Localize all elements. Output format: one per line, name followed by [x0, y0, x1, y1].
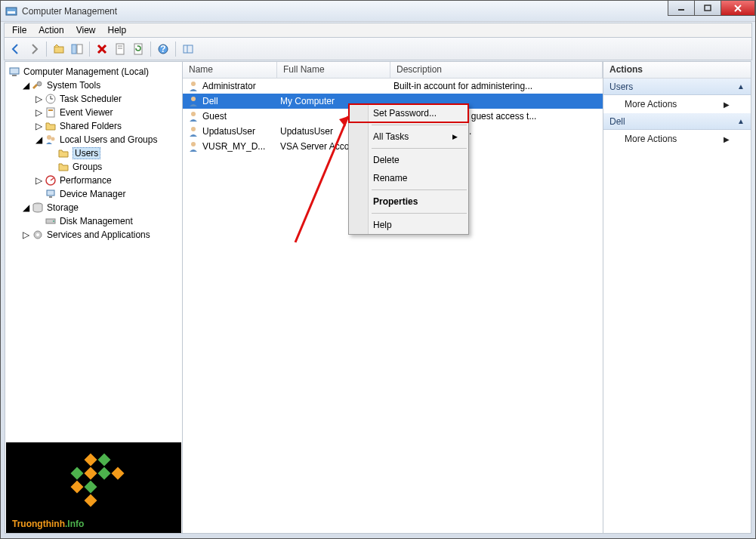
svg-rect-3 — [705, 5, 711, 11]
watermark-text: Truongthinh.Info — [12, 512, 175, 531]
cm-label: Delete — [373, 155, 400, 165]
users-icon — [45, 134, 57, 146]
menu-action[interactable]: Action — [34, 23, 68, 37]
expand-icon[interactable]: ▷ — [34, 94, 43, 103]
cm-rename[interactable]: Rename — [349, 169, 468, 187]
svg-rect-32 — [49, 196, 52, 198]
svg-point-40 — [191, 112, 196, 116]
tree-event-viewer[interactable]: ▷Event Viewer — [34, 106, 182, 119]
minimize-button[interactable] — [668, 1, 695, 16]
actions-item-label: More Actions — [625, 99, 677, 109]
cm-properties[interactable]: Properties — [349, 192, 468, 211]
cm-label: Properties — [373, 196, 418, 207]
menu-view[interactable]: View — [72, 23, 100, 37]
actions-section-dell[interactable]: Dell ▲ — [603, 113, 751, 130]
view-icon[interactable] — [180, 41, 196, 57]
cm-label: Set Password... — [373, 108, 437, 119]
forward-icon[interactable] — [26, 41, 42, 57]
svg-rect-46 — [98, 453, 111, 466]
cm-delete[interactable]: Delete — [349, 151, 468, 169]
folder-icon — [45, 120, 57, 132]
back-icon[interactable] — [8, 41, 24, 57]
svg-rect-1 — [8, 11, 15, 14]
svg-rect-47 — [71, 467, 84, 479]
show-icon[interactable] — [69, 41, 85, 57]
tree-services-apps[interactable]: ▷Services and Applications — [21, 228, 182, 242]
navigation-tree[interactable]: Computer Management (Local) ◢ System Too… — [5, 65, 182, 242]
tree-local-users-groups[interactable]: ◢Local Users and Groups — [34, 133, 182, 146]
svg-point-39 — [191, 97, 196, 101]
svg-point-42 — [191, 142, 196, 146]
cm-all-tasks[interactable]: All Tasks▶ — [349, 128, 468, 146]
actions-pane: Actions Users ▲ More Actions ▶ Dell ▲ Mo… — [603, 62, 751, 533]
tree-label: Device Manager — [60, 189, 125, 199]
actions-item-label: More Actions — [625, 134, 677, 144]
menubar: File Action View Help — [4, 23, 752, 38]
tree-device-manager[interactable]: Device Manager — [34, 187, 182, 201]
tree-system-tools[interactable]: ◢ System Tools — [21, 79, 182, 92]
tree-label: Users — [73, 147, 100, 159]
maximize-button[interactable] — [694, 1, 721, 16]
expand-icon[interactable]: ▷ — [34, 122, 43, 131]
svg-rect-31 — [47, 190, 54, 196]
cm-help[interactable]: Help — [349, 216, 468, 234]
window-title: Computer Management — [22, 6, 117, 17]
actions-item-more[interactable]: More Actions ▶ — [603, 95, 751, 113]
tree-root[interactable]: Computer Management (Local) — [8, 65, 182, 79]
svg-point-41 — [191, 127, 196, 131]
collapse-icon[interactable]: ◢ — [21, 203, 30, 212]
svg-rect-49 — [98, 467, 111, 479]
expand-icon[interactable]: ▷ — [21, 230, 30, 239]
tree-label: Services and Applications — [47, 229, 150, 240]
properties-icon[interactable] — [112, 41, 128, 57]
collapse-icon[interactable]: ◢ — [21, 81, 30, 90]
svg-point-35 — [53, 220, 54, 222]
svg-text:?: ? — [160, 44, 165, 54]
svg-point-21 — [37, 82, 42, 86]
svg-rect-53 — [85, 494, 97, 507]
collapse-icon[interactable]: ◢ — [34, 135, 43, 144]
svg-rect-50 — [112, 467, 125, 479]
tree-label: Task Scheduler — [60, 94, 122, 104]
titlebar[interactable]: Computer Management — [1, 1, 755, 22]
watermark-text1: Truongthinh — [12, 519, 65, 529]
tree-performance[interactable]: ▷Performance — [34, 174, 182, 187]
chevron-right-icon: ▶ — [724, 100, 730, 109]
close-button[interactable] — [721, 1, 755, 16]
tree-groups[interactable]: Groups — [47, 160, 182, 174]
clock-icon — [45, 93, 57, 105]
tree-disk-management[interactable]: Disk Management — [34, 214, 182, 228]
delete-icon[interactable] — [94, 41, 110, 57]
tree-task-scheduler[interactable]: ▷Task Scheduler — [34, 92, 182, 106]
tree-storage[interactable]: ◢Storage — [21, 201, 182, 214]
refresh-icon[interactable] — [130, 41, 147, 57]
context-menu-separator — [372, 125, 467, 125]
cm-label: Rename — [373, 173, 407, 183]
expand-icon[interactable]: ▷ — [34, 176, 43, 185]
actions-section-users[interactable]: Users ▲ — [603, 79, 751, 95]
help-icon[interactable]: ? — [155, 41, 171, 57]
disk-icon — [45, 215, 57, 227]
svg-point-37 — [36, 233, 39, 236]
tree-label: Computer Management (Local) — [23, 66, 149, 77]
watermark-logo: Truongthinh.Info — [6, 442, 181, 533]
actions-header: Actions — [603, 62, 751, 79]
user-icon — [187, 110, 199, 122]
expand-icon[interactable]: ▷ — [34, 108, 43, 117]
menu-file[interactable]: File — [8, 23, 31, 37]
list-row[interactable]: Administrator Built-in account for admin… — [183, 79, 603, 94]
tree-users[interactable]: Users — [47, 146, 182, 160]
column-fullname[interactable]: Full Name — [277, 62, 390, 78]
actions-item-more[interactable]: More Actions ▶ — [603, 130, 751, 148]
user-icon — [187, 95, 199, 107]
svg-rect-17 — [184, 45, 193, 53]
tree-label: Performance — [60, 175, 112, 186]
menu-help[interactable]: Help — [103, 23, 131, 37]
tree-shared-folders[interactable]: ▷Shared Folders — [34, 119, 182, 133]
column-name[interactable]: Name — [183, 62, 277, 78]
device-icon — [45, 188, 57, 200]
svg-line-30 — [51, 178, 54, 180]
up-icon[interactable] — [51, 41, 67, 57]
column-description[interactable]: Description — [390, 62, 603, 78]
cm-set-password[interactable]: Set Password... — [349, 104, 468, 122]
